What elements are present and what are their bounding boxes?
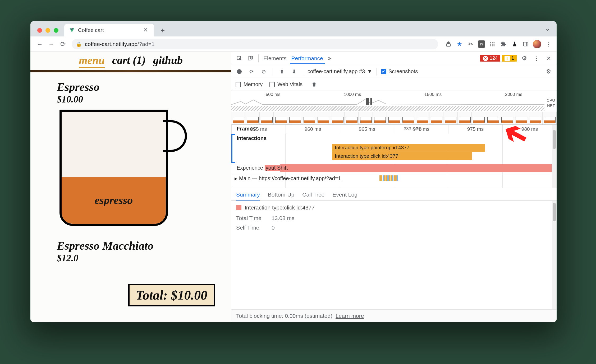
- new-tab-button[interactable]: ＋: [158, 25, 167, 35]
- tab-call-tree[interactable]: Call Tree: [302, 192, 324, 200]
- devtools-right-controls: ✕124 !1 ⚙ ⋮ ✕: [480, 54, 553, 63]
- window-controls: [36, 28, 61, 36]
- back-button[interactable]: ←: [35, 39, 45, 49]
- reload-button[interactable]: ⟳: [58, 39, 68, 49]
- side-panel-icon[interactable]: [522, 40, 530, 48]
- tab-close-button[interactable]: ✕: [141, 26, 149, 34]
- layout-shift-bar[interactable]: [280, 164, 557, 172]
- issue-badges[interactable]: ✕124 !1: [480, 55, 517, 62]
- nav-menu-link[interactable]: menu: [79, 54, 105, 68]
- close-window-button[interactable]: [37, 28, 42, 33]
- coffee-beans-banner: [30, 70, 231, 72]
- cpu-graph: [231, 98, 544, 105]
- tab-elements[interactable]: Elements: [262, 53, 288, 64]
- overview-lane-labels: CPU NET: [547, 98, 555, 108]
- summary-footer: Total blocking time: 0.00ms (estimated) …: [231, 309, 557, 322]
- cup-handle: [163, 120, 187, 152]
- memory-toggle[interactable]: Memory: [236, 81, 263, 87]
- tab-performance[interactable]: Performance: [290, 53, 325, 64]
- web-vitals-toggle[interactable]: Web Vitals: [269, 81, 302, 87]
- devtools-close-button[interactable]: ✕: [544, 54, 553, 63]
- coffee-cup-graphic[interactable]: espresso: [57, 110, 173, 228]
- content-split: menu cart (1) github Espresso $10.00 esp…: [30, 52, 557, 322]
- load-profile-icon[interactable]: ⬆: [277, 67, 287, 76]
- svg-rect-6: [494, 44, 495, 45]
- svg-rect-3: [494, 42, 495, 43]
- extension-grid-icon[interactable]: [488, 40, 496, 48]
- browser-toolbar: ← → ⟳ 🔒 coffee-cart.netlify.app/?ad=1 ★ …: [30, 36, 557, 52]
- learn-more-link[interactable]: Learn more: [336, 313, 364, 319]
- svg-rect-1: [490, 42, 491, 43]
- frames-track-label: Frames: [237, 126, 255, 132]
- bookmark-star-icon[interactable]: ★: [456, 40, 464, 48]
- devtools-panel: Elements Performance » ✕124 !1 ⚙ ⋮ ✕ ⟳ ⊘: [231, 52, 557, 322]
- screenshots-label: Screenshots: [388, 68, 418, 74]
- lock-icon: 🔒: [76, 41, 82, 47]
- tabs-overflow-button[interactable]: »: [326, 55, 333, 62]
- nav-github-link[interactable]: github: [153, 54, 183, 67]
- devtools-settings-icon[interactable]: ⚙: [520, 54, 529, 63]
- inspect-element-icon[interactable]: [235, 54, 244, 63]
- profile-avatar[interactable]: [533, 40, 541, 48]
- forward-button[interactable]: →: [46, 39, 56, 49]
- summary-self-time: Self Time 0: [236, 225, 552, 231]
- labs-flask-icon[interactable]: [511, 40, 519, 48]
- summary-scrollbar[interactable]: [552, 201, 557, 311]
- reload-record-button[interactable]: ⟳: [247, 67, 256, 76]
- overview-hatch: [231, 106, 544, 111]
- capture-settings-icon[interactable]: ⚙: [544, 67, 553, 76]
- product-espresso: Espresso $10.00 espresso: [30, 72, 231, 228]
- summary-panel: Interaction type:click id:4377 Total Tim…: [231, 201, 557, 322]
- extensions-puzzle-icon[interactable]: [499, 40, 507, 48]
- share-icon[interactable]: [444, 40, 452, 48]
- extension-n-icon[interactable]: n: [478, 40, 485, 48]
- webpage-viewport: menu cart (1) github Espresso $10.00 esp…: [30, 52, 231, 322]
- experience-track-label: Experience yout Shift: [237, 165, 289, 171]
- device-toolbar-icon[interactable]: [246, 54, 255, 63]
- save-profile-icon[interactable]: ⬇: [289, 67, 299, 76]
- tabs-dropdown-button[interactable]: ⌄: [545, 25, 550, 32]
- product-title: Espresso: [57, 80, 231, 94]
- flame-scrollbar[interactable]: [552, 125, 557, 188]
- main-thread-tasks: [379, 175, 398, 181]
- clear-button[interactable]: ⊘: [259, 67, 268, 76]
- maximize-window-button[interactable]: [54, 28, 58, 33]
- product2-price: $12.0: [57, 253, 231, 264]
- svg-rect-9: [494, 45, 495, 46]
- product-price: $10.00: [57, 94, 231, 105]
- address-bar[interactable]: 🔒 coffee-cart.netlify.app/?ad=1: [72, 39, 438, 49]
- cup-fill-label: espresso: [95, 194, 133, 207]
- svg-rect-10: [524, 42, 528, 46]
- tab-bottom-up[interactable]: Bottom-Up: [268, 192, 294, 200]
- checkbox-icon: [269, 82, 275, 87]
- overview-timeline[interactable]: 500 ms 1000 ms 1500 ms 2000 ms CPU NET: [231, 91, 557, 112]
- chrome-menu-button[interactable]: ⋮: [544, 40, 552, 48]
- url-text: coffee-cart.netlify.app/?ad=1: [85, 41, 155, 47]
- cart-total-chip[interactable]: Total: $10.00: [128, 284, 215, 306]
- interaction-bar-click[interactable]: Interaction type:click id:4377: [332, 152, 472, 160]
- screenshots-toggle[interactable]: ✔ Screenshots: [381, 68, 418, 74]
- minimize-window-button[interactable]: [45, 28, 50, 33]
- details-tab-bar: Summary Bottom-Up Call Tree Event Log: [231, 188, 557, 201]
- product-macchiato: Espresso Macchiato $12.0: [30, 228, 231, 264]
- record-button[interactable]: [235, 67, 244, 76]
- error-count-badge[interactable]: ✕124: [480, 55, 500, 62]
- browser-window: Coffee cart ✕ ＋ ⌄ ← → ⟳ 🔒 coffee-cart.ne…: [30, 21, 557, 322]
- garbage-collect-icon[interactable]: [309, 80, 319, 89]
- warning-count-badge[interactable]: !1: [502, 55, 517, 62]
- tab-event-log[interactable]: Event Log: [332, 192, 357, 200]
- tab-summary[interactable]: Summary: [236, 192, 260, 200]
- flame-chart[interactable]: 955 ms 960 ms 965 ms 970 ms 975 ms 980 m…: [231, 125, 557, 188]
- recording-selector[interactable]: coffee-cart.netlify.app #3 ▼: [308, 68, 372, 74]
- main-track-label[interactable]: ▶ Main — https://coffee-cart.netlify.app…: [235, 175, 341, 181]
- nav-cart-link[interactable]: cart (1): [112, 54, 146, 67]
- cup-body: espresso: [59, 110, 168, 226]
- browser-tab[interactable]: Coffee cart ✕: [64, 24, 154, 36]
- scissors-icon[interactable]: ✂︎: [467, 40, 475, 48]
- checkbox-checked-icon: ✔: [381, 69, 386, 74]
- overview-ticks: 500 ms 1000 ms 1500 ms 2000 ms: [231, 92, 557, 97]
- svg-rect-7: [490, 45, 491, 46]
- interaction-bar-pointerup[interactable]: Interaction type:pointerup id:4377: [332, 144, 485, 152]
- devtools-tab-bar: Elements Performance » ✕124 !1 ⚙ ⋮ ✕: [231, 52, 557, 65]
- devtools-menu-button[interactable]: ⋮: [532, 54, 541, 63]
